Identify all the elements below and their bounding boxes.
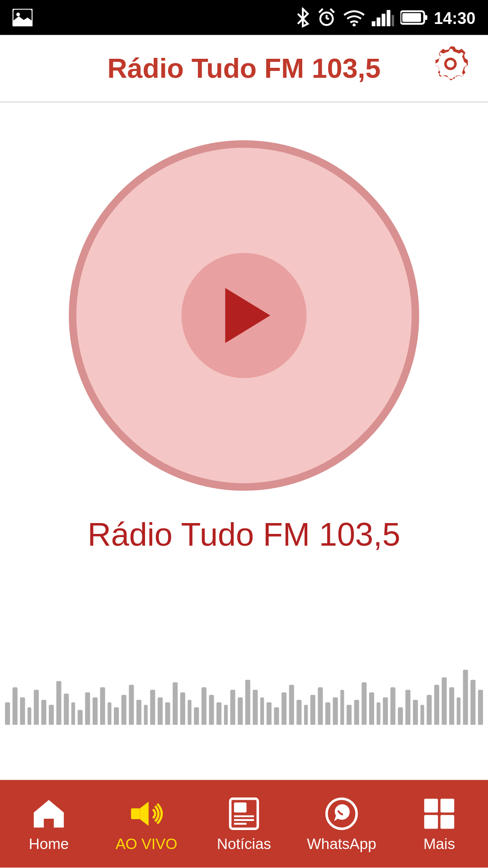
status-right: 14:30 [295, 8, 475, 28]
nav-item-noticias[interactable]: Notícias [206, 796, 282, 852]
eq-bar [231, 690, 236, 725]
battery-icon [400, 10, 427, 25]
nav-label-noticias: Notícias [217, 835, 271, 852]
eq-bar [49, 705, 54, 725]
svg-rect-9 [386, 10, 390, 26]
eq-bar [143, 705, 148, 725]
eq-bar [20, 697, 25, 725]
clock: 14:30 [434, 8, 475, 27]
eq-bar [216, 703, 221, 725]
main-content: Rádio Tudo FM 103,5 [0, 103, 488, 780]
svg-rect-8 [381, 14, 385, 26]
eq-bar [78, 710, 83, 725]
eq-bar [13, 687, 18, 725]
eq-bar [296, 700, 301, 725]
bottom-nav: Home AO VIVO Notícias WhatsApp [0, 780, 488, 868]
settings-icon[interactable] [433, 46, 468, 90]
whatsapp-icon [324, 796, 359, 831]
nav-item-whatsapp[interactable]: WhatsApp [304, 796, 379, 852]
eq-bar [325, 703, 330, 725]
svg-point-5 [352, 24, 356, 26]
eq-bar [267, 703, 272, 725]
svg-rect-14 [131, 808, 140, 819]
eq-bar [223, 705, 228, 725]
grid-icon [422, 796, 457, 831]
signal-icon [371, 9, 394, 26]
eq-bar [187, 700, 192, 725]
eq-bar [434, 685, 439, 725]
eq-bar [136, 700, 141, 725]
eq-bar [304, 705, 309, 725]
svg-rect-6 [371, 21, 375, 26]
eq-bar [456, 697, 461, 725]
svg-rect-22 [441, 798, 454, 811]
nav-label-mais: Mais [423, 835, 455, 852]
nav-item-ao-vivo[interactable]: AO VIVO [109, 796, 184, 852]
eq-bar [391, 687, 396, 725]
eq-bar [27, 708, 32, 725]
eq-bar [318, 687, 323, 725]
eq-bar [340, 690, 345, 725]
eq-bar [114, 708, 119, 725]
play-button[interactable] [182, 253, 307, 378]
eq-bar [238, 697, 243, 725]
eq-bar [427, 695, 432, 725]
eq-bar [85, 692, 90, 725]
eq-bar [122, 695, 127, 725]
eq-bar [100, 687, 105, 725]
eq-bar [151, 690, 156, 725]
nav-item-home[interactable]: Home [11, 796, 86, 852]
eq-bar [158, 697, 163, 725]
equalizer [0, 575, 488, 725]
eq-bar [70, 703, 75, 725]
eq-bar [347, 705, 352, 725]
eq-bar [478, 690, 483, 725]
eq-bar [464, 670, 469, 725]
eq-bar [194, 708, 199, 725]
eq-bar [42, 700, 47, 725]
svg-rect-12 [402, 13, 421, 22]
play-icon [225, 288, 270, 343]
svg-rect-10 [391, 15, 394, 26]
eq-bar [441, 677, 446, 725]
eq-bar [56, 681, 61, 725]
eq-bar [202, 687, 206, 725]
eq-bar [311, 695, 316, 725]
play-area [69, 140, 419, 491]
eq-bar [165, 703, 170, 725]
eq-bar [405, 690, 410, 725]
eq-bar [282, 692, 286, 725]
eq-bar [180, 692, 185, 725]
nav-label-home: Home [29, 835, 69, 852]
svg-rect-7 [376, 18, 380, 26]
newspaper-icon [226, 796, 262, 831]
eq-bar [354, 700, 359, 725]
eq-bar [398, 708, 403, 725]
eq-bar [34, 690, 39, 725]
eq-bar [107, 703, 112, 725]
eq-bar [5, 703, 10, 725]
outer-circle [69, 140, 419, 491]
nav-label-ao-vivo: AO VIVO [116, 835, 178, 852]
eq-bar [333, 697, 338, 725]
svg-rect-24 [441, 814, 454, 828]
app-title: Rádio Tudo FM 103,5 [108, 52, 381, 85]
eq-bar [274, 708, 279, 725]
eq-bar [361, 682, 366, 725]
eq-bar [420, 705, 425, 725]
svg-rect-13 [424, 15, 427, 20]
home-icon [31, 796, 66, 831]
svg-rect-23 [424, 814, 438, 828]
eq-bar [289, 685, 294, 725]
eq-bar [93, 697, 98, 725]
eq-bar [384, 697, 389, 725]
eq-bar [63, 693, 68, 725]
nav-label-whatsapp: WhatsApp [307, 835, 376, 852]
eq-bar [471, 680, 476, 725]
nav-item-mais[interactable]: Mais [402, 796, 477, 852]
eq-bar [245, 680, 250, 725]
bluetooth-icon [295, 8, 310, 28]
eq-bar [253, 690, 258, 725]
eq-bar [209, 695, 214, 725]
svg-rect-16 [234, 802, 247, 812]
